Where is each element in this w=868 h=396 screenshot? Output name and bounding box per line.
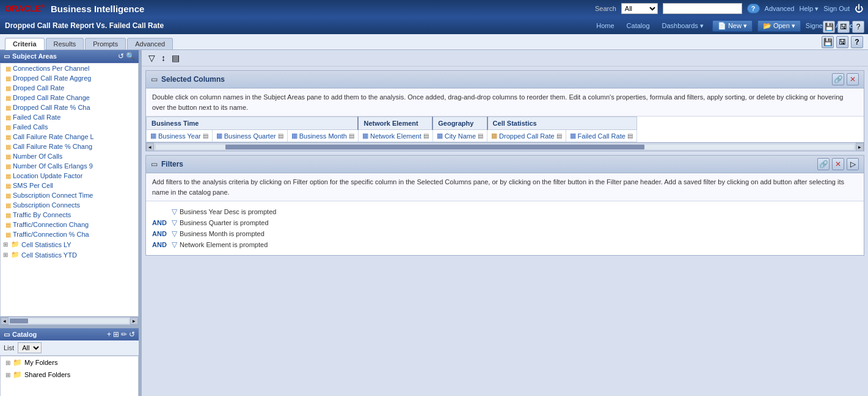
collapse-sa-icon[interactable]: ▭ — [4, 52, 10, 60]
filter-icon: ▽ — [172, 229, 177, 238]
catalog-add-button[interactable]: + — [107, 330, 111, 339]
catalog-reload-button[interactable]: ↺ — [129, 330, 135, 339]
advanced-link[interactable]: Advanced — [765, 5, 795, 12]
list-item[interactable]: ▦Subscription Connects — [1, 200, 138, 210]
list-item[interactable]: ▦Droped Call Rate Change — [1, 93, 138, 103]
col-options-button[interactable]: ▤ — [349, 132, 354, 139]
search-input[interactable] — [663, 3, 742, 14]
list-item[interactable]: ▦Dropped Call Rate % Cha — [1, 103, 138, 112]
sa-search-button[interactable]: 🔍 — [126, 52, 135, 60]
dashboards-button[interactable]: Dashboards ▾ — [658, 21, 707, 31]
filters-content: ▽ Business Year Desc is prompted AND ▽ B… — [146, 201, 864, 255]
folder-icon: 📁 — [11, 251, 20, 259]
sa-folder-item[interactable]: ⊞ 📁 Cell Statistics LY — [1, 239, 138, 250]
list-item[interactable]: ▦SMS Per Cell — [1, 181, 138, 190]
sc-collapse-icon[interactable]: ▭ — [151, 75, 158, 84]
item-icon: ▦ — [5, 134, 11, 140]
catalog-item-myfolders[interactable]: ⊞ 📁 My Folders — [1, 356, 138, 369]
col-options-button[interactable]: ▤ — [423, 132, 429, 139]
filter-button[interactable]: ▽ — [147, 52, 157, 63]
tab-help-icon[interactable]: ? — [851, 36, 863, 48]
list-item[interactable]: ▦Failed Call Rate — [1, 112, 138, 122]
sc-add-button[interactable]: 🔗 — [832, 73, 844, 85]
list-item[interactable]: ▦Traffic By Connects — [1, 210, 138, 220]
list-item[interactable]: ▦Number Of Calls Erlangs 9 — [1, 161, 138, 171]
h-scroll-right[interactable]: ▸ — [856, 143, 864, 151]
item-icon: ▦ — [5, 221, 11, 228]
list-item[interactable]: ▦Location Update Factor — [1, 171, 138, 181]
subject-areas-header: ▭ Subject Areas ↺ 🔍 — [0, 50, 139, 63]
columns-button[interactable]: ▤ — [170, 52, 181, 63]
scroll-track[interactable] — [10, 319, 129, 323]
list-item[interactable]: ▦Connections Per Channel — [1, 63, 138, 73]
item-icon: ▦ — [5, 104, 11, 111]
item-icon: ▦ — [5, 192, 11, 199]
col-city-name: ▦ City Name ▤ — [432, 130, 487, 142]
catalog-toolbar: List All — [0, 340, 139, 356]
tabs-bar: Criteria Results Prompts Advanced 💾 🖫 ? — [0, 34, 868, 50]
help-link[interactable]: Help ▾ — [800, 5, 819, 13]
scroll-right-arrow[interactable]: ▸ — [130, 317, 138, 325]
expand-icon: ⊞ — [5, 372, 10, 378]
filters-expand-button[interactable]: ▷ — [847, 158, 859, 170]
list-item[interactable]: ▦Number Of Calls — [1, 151, 138, 161]
expand-icon: ⊞ — [3, 241, 8, 248]
sa-folder-item[interactable]: ⊞ 📁 Cell Statistics YTD — [1, 250, 138, 260]
catalog-button[interactable]: Catalog — [623, 21, 654, 31]
help-button[interactable]: ? — [852, 21, 864, 33]
tab-save-icon[interactable]: 💾 — [822, 36, 834, 48]
sign-out-link[interactable]: Sign Out — [823, 5, 850, 12]
new-icon: 📄 — [718, 22, 726, 30]
list-item[interactable]: ▦Traffic/Connection Chang — [1, 220, 138, 229]
collapse-catalog-icon[interactable]: ▭ — [4, 331, 10, 339]
open-button[interactable]: 📂 Open ▾ — [757, 20, 801, 32]
catalog-item-sharedfolders[interactable]: ⊞ 📁 Shared Folders — [1, 369, 138, 381]
tab-prompts[interactable]: Prompts — [85, 38, 126, 49]
catalog-edit-button[interactable]: ✏ — [121, 330, 127, 339]
search-scope[interactable]: All — [621, 3, 658, 14]
list-item[interactable]: ▦Call Failure Rate Change L — [1, 132, 138, 142]
h-scroll-track[interactable] — [156, 145, 854, 149]
col-group-header-geography: Geography — [432, 117, 487, 130]
list-item[interactable]: ▦Failed Calls — [1, 122, 138, 132]
tab-criteria[interactable]: Criteria — [5, 38, 45, 50]
right-toolbar: ▽ ↕ ▤ — [142, 50, 868, 67]
list-item[interactable]: ▦Call Failure Rate % Chang — [1, 142, 138, 151]
scroll-left-arrow[interactable]: ◂ — [1, 317, 9, 325]
home-button[interactable]: Home — [593, 21, 618, 31]
catalog-network-button[interactable]: ⊞ — [113, 330, 119, 339]
save-as-button[interactable]: 🖫 — [837, 21, 850, 33]
subject-areas-pane: ▭ Subject Areas ↺ 🔍 ▦Connections Per Cha… — [0, 50, 139, 325]
columns-table: Business Time Network Element Geography … — [146, 117, 637, 142]
catalog-list-select[interactable]: All — [18, 342, 42, 353]
col-options-button[interactable]: ▤ — [278, 132, 283, 139]
tab-results[interactable]: Results — [46, 38, 84, 49]
col-options-button[interactable]: ▤ — [627, 132, 633, 139]
filters-collapse-icon[interactable]: ▭ — [151, 160, 158, 168]
tab-advanced[interactable]: Advanced — [127, 38, 173, 49]
save-button[interactable]: 💾 — [823, 21, 835, 33]
col-options-button[interactable]: ▤ — [203, 132, 208, 139]
sc-remove-button[interactable]: ✕ — [847, 73, 859, 85]
oracle-logo: ORACLE® — [5, 4, 45, 13]
col-options-button[interactable]: ▤ — [478, 132, 483, 139]
h-scroll-left[interactable]: ◂ — [146, 143, 154, 151]
item-icon: ▦ — [5, 173, 11, 179]
search-help-button[interactable]: ? — [747, 4, 760, 13]
scroll-thumb — [10, 319, 28, 323]
h-scroll-thumb — [225, 145, 644, 149]
item-icon: ▦ — [5, 231, 11, 238]
tab-saveas-icon[interactable]: 🖫 — [836, 36, 848, 48]
filters-add-button[interactable]: 🔗 — [817, 158, 830, 170]
col-network-element: ▦ Network Element ▤ — [358, 130, 432, 142]
filters-remove-button[interactable]: ✕ — [832, 158, 844, 170]
list-item[interactable]: ▦Droped Call Rate — [1, 83, 138, 93]
list-item[interactable]: ▦Dropped Call Rate Aggreg — [1, 73, 138, 83]
sa-reload-button[interactable]: ↺ — [118, 52, 124, 60]
new-button[interactable]: 📄 New ▾ — [712, 20, 753, 32]
sort-button[interactable]: ↕ — [159, 52, 167, 63]
col-options-button[interactable]: ▤ — [556, 132, 562, 139]
list-item[interactable]: ▦Traffic/Connection % Cha — [1, 229, 138, 239]
right-panel: ▽ ↕ ▤ ▭ Selected Columns 🔗 ✕ Double clic… — [142, 50, 868, 396]
list-item[interactable]: ▦Subscription Connect Time — [1, 190, 138, 200]
